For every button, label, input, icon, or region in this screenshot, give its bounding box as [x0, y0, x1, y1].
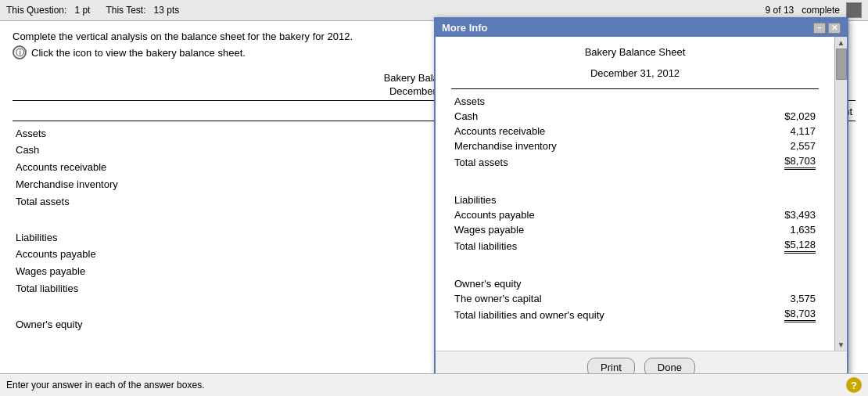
table-row: Total assets $8,703 — [451, 153, 819, 171]
top-bar-left: This Question: 1 pt This Test: 13 pts — [6, 5, 179, 16]
table-row: Total liabilities and owner's equity $8,… — [451, 306, 819, 324]
modal-ar-val: 4,117 — [756, 124, 819, 139]
modal-sheet-title2: December 31, 2012 — [451, 67, 819, 79]
wages-label: Wages payable — [13, 262, 476, 279]
modal-owners-equity-header: Owner's equity — [451, 270, 819, 291]
modal-total-liab-label: Total liabilities — [451, 237, 756, 255]
modal-merch-label: Merchandise inventory — [451, 139, 756, 153]
table-row: Accounts receivable 4,117 — [451, 124, 819, 139]
modal-assets-label: Assets — [451, 94, 756, 109]
table-row: Wages payable 1,635 — [451, 222, 819, 237]
progress-text: 9 of 13 complete — [766, 5, 840, 16]
main-content: Complete the vertical analysis on the ba… — [0, 21, 868, 396]
more-info-modal: More Info – ✕ Bakery Balance Sheet Decem… — [434, 17, 848, 385]
assets-label: Assets — [13, 121, 476, 142]
help-icon[interactable]: ? — [846, 377, 862, 393]
table-row: Cash $2,029 — [451, 109, 819, 124]
modal-titlebar: More Info – ✕ — [436, 19, 847, 37]
test-label: This Test: 13 pts — [106, 5, 179, 16]
modal-total-liab-equity-val: $8,703 — [756, 306, 819, 324]
bottom-bar: Enter your answer in each of the answer … — [0, 373, 868, 396]
owners-equity-label: Owner's equity — [13, 312, 476, 332]
modal-liabilities-header: Liabilities — [451, 186, 819, 207]
instruction2: Click the icon to view the bakery balanc… — [31, 47, 246, 59]
modal-title: More Info — [442, 22, 488, 34]
modal-total-liab-equity-label: Total liabilities and owner's equity — [451, 306, 756, 324]
liabilities-label: Liabilities — [13, 225, 476, 245]
cash-label: Cash — [13, 141, 476, 158]
modal-total-assets-val: $8,703 — [756, 153, 819, 171]
modal-ap-val: $3,493 — [756, 207, 819, 222]
modal-wages-val: 1,635 — [756, 222, 819, 237]
bottom-instruction: Enter your answer in each of the answer … — [6, 380, 204, 391]
minimize-button[interactable]: – — [813, 23, 826, 34]
table-row: Total liabilities $5,128 — [451, 237, 819, 255]
modal-merch-val: 2,557 — [756, 139, 819, 153]
modal-ar-label: Accounts receivable — [451, 124, 756, 139]
merch-label: Merchandise inventory — [13, 175, 476, 193]
modal-cash-val: $2,029 — [756, 109, 819, 124]
modal-scrollbar[interactable]: ▲ ▼ — [834, 37, 847, 351]
modal-balance-table: Assets Cash $2,029 Accounts receivable 4… — [451, 94, 819, 324]
table-row — [451, 171, 819, 186]
modal-body: Bakery Balance Sheet December 31, 2012 A… — [436, 37, 847, 351]
top-bar-right: 9 of 13 complete — [766, 2, 862, 18]
modal-owners-equity-label: Owner's equity — [451, 270, 756, 291]
modal-capital-val: 3,575 — [756, 291, 819, 306]
table-row: Accounts payable $3,493 — [451, 207, 819, 222]
ar-label: Accounts receivable — [13, 158, 476, 175]
modal-liabilities-label: Liabilities — [451, 186, 756, 207]
modal-total-assets-label: Total assets — [451, 153, 756, 171]
modal-total-liab-val: $5,128 — [756, 237, 819, 255]
modal-content: Bakery Balance Sheet December 31, 2012 A… — [451, 46, 819, 324]
complete-icon — [846, 2, 862, 18]
question-label: This Question: 1 pt — [6, 5, 90, 16]
total-liab-label: Total liabilities — [13, 279, 476, 297]
info-circle-icon[interactable]: ⓘ — [13, 45, 27, 59]
modal-cash-label: Cash — [451, 109, 756, 124]
table-row: Merchandise inventory 2,557 — [451, 139, 819, 153]
ap-label: Accounts payable — [13, 245, 476, 262]
table-row — [451, 255, 819, 270]
modal-capital-label: The owner's capital — [451, 291, 756, 306]
close-button[interactable]: ✕ — [828, 23, 841, 34]
modal-wages-label: Wages payable — [451, 222, 756, 237]
modal-ap-label: Accounts payable — [451, 207, 756, 222]
modal-titlebar-controls[interactable]: – ✕ — [813, 23, 841, 34]
total-assets-label: Total assets — [13, 193, 476, 211]
modal-sheet-title1: Bakery Balance Sheet — [451, 46, 819, 58]
table-row: Assets — [451, 94, 819, 109]
table-row: The owner's capital 3,575 — [451, 291, 819, 306]
scroll-thumb[interactable] — [836, 49, 847, 80]
